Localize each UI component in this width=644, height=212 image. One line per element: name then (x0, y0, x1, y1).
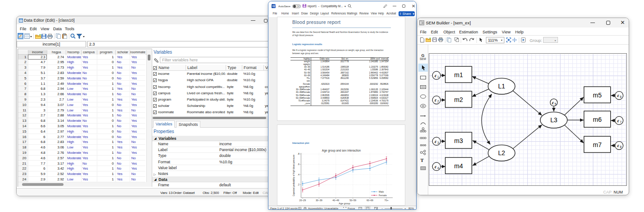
svg-text:30–39: 30–39 (316, 199, 322, 202)
svg-text:Male: Male (379, 190, 384, 193)
svg-text:8: 8 (620, 145, 622, 148)
svg-text:6: 6 (620, 95, 622, 98)
svg-text:m4: m4 (454, 162, 463, 170)
svg-text:ε: ε (617, 93, 620, 98)
svg-text:m1: m1 (454, 71, 463, 78)
svg-text:.2: .2 (298, 183, 299, 186)
svg-text:L3: L3 (550, 116, 558, 124)
svg-text:ε: ε (435, 164, 437, 169)
svg-text:Age group and sex interaction: Age group and sex interaction (322, 149, 361, 152)
svg-text:.4: .4 (298, 173, 299, 176)
svg-text:4: 4 (437, 166, 439, 169)
svg-text:50–59: 50–59 (349, 199, 356, 202)
svg-text:L2: L2 (498, 149, 505, 157)
svg-text:2: 2 (437, 100, 439, 103)
svg-text:20–29: 20–29 (299, 199, 306, 202)
svg-text:m3: m3 (454, 137, 463, 144)
svg-text:ε: ε (435, 138, 437, 143)
svg-text:60–69: 60–69 (367, 199, 373, 202)
svg-text:7: 7 (620, 120, 622, 123)
svg-text:m6: m6 (593, 116, 602, 123)
svg-text:ε: ε (552, 100, 554, 105)
svg-text:W: W (272, 5, 275, 8)
svg-text:m2: m2 (454, 96, 463, 103)
svg-text:ε: ε (435, 97, 437, 102)
svg-text:Age group: Age group (339, 202, 350, 205)
svg-text:3: 3 (437, 141, 439, 144)
svg-text:1: 1 (437, 75, 439, 78)
svg-text:Female: Female (379, 194, 387, 197)
svg-text:ε: ε (617, 118, 620, 123)
svg-text:m7: m7 (593, 141, 602, 148)
svg-text:.8: .8 (298, 152, 299, 155)
svg-text:40–49: 40–49 (332, 199, 339, 202)
svg-text:.6: .6 (298, 163, 299, 166)
svg-text:m5: m5 (593, 92, 602, 99)
svg-text:ε: ε (435, 73, 437, 78)
svg-text:ε: ε (617, 143, 620, 148)
svg-text:Expected probability of high b: Expected probability of high blood press… (293, 155, 295, 196)
svg-text:L1: L1 (498, 83, 505, 90)
svg-text:5: 5 (555, 102, 557, 105)
svg-text:70+: 70+ (385, 199, 389, 202)
